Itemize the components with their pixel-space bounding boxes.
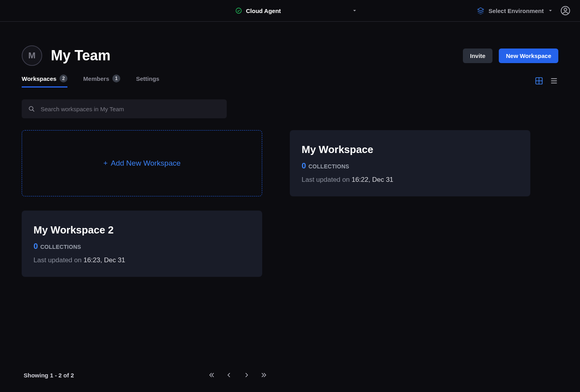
- chevron-down-icon: [352, 8, 357, 13]
- environment-label: Select Environment: [489, 7, 544, 14]
- tab-label: Settings: [136, 75, 159, 82]
- search-wrap: [22, 99, 227, 118]
- top-bar: Cloud Agent Select Environment: [0, 0, 580, 22]
- pagination-footer: Showing 1 - 2 of 2: [24, 371, 497, 379]
- workspace-meta: 0 COLLECTIONS: [34, 242, 250, 251]
- updated-prefix: Last updated on: [34, 256, 82, 264]
- environment-selector[interactable]: Select Environment: [477, 7, 553, 15]
- collections-count: 0: [34, 242, 38, 251]
- prev-page-icon[interactable]: [226, 371, 233, 379]
- team-title: My Team: [51, 47, 110, 64]
- list-view-icon[interactable]: [550, 77, 558, 85]
- collections-count: 0: [302, 161, 306, 170]
- user-circle-icon: [560, 6, 571, 16]
- tab-badge: 2: [60, 75, 67, 82]
- workspace-updated: Last updated on 16:23, Dec 31: [34, 256, 250, 264]
- updated-time: 16:22, Dec 31: [352, 176, 394, 183]
- updated-time: 16:23, Dec 31: [84, 256, 125, 264]
- collections-label: COLLECTIONS: [40, 244, 81, 250]
- layers-icon: [477, 7, 485, 15]
- header-actions: Invite New Workspace: [463, 49, 558, 63]
- search-input[interactable]: [41, 106, 220, 112]
- add-workspace-card[interactable]: + Add New Workspace: [22, 130, 262, 196]
- svg-point-9: [29, 106, 33, 110]
- pager: [208, 371, 267, 379]
- team-header: M My Team: [22, 45, 110, 66]
- tabs-row: Workspaces 2 Members 1 Settings: [22, 75, 558, 88]
- tab-label: Workspaces: [22, 75, 56, 82]
- workspace-title: My Workspace: [302, 144, 518, 156]
- workspace-grid: + Add New Workspace My Workspace 0 COLLE…: [22, 130, 530, 277]
- check-circle-icon: [235, 7, 242, 14]
- chevron-down-icon: [548, 8, 553, 13]
- tabs: Workspaces 2 Members 1 Settings: [22, 75, 159, 88]
- account-menu[interactable]: [560, 6, 571, 16]
- updated-prefix: Last updated on: [302, 176, 350, 183]
- tab-label: Members: [83, 75, 109, 82]
- cloud-agent-label: Cloud Agent: [246, 7, 281, 14]
- page-header: M My Team Invite New Workspace: [22, 45, 558, 66]
- cloud-agent-selector[interactable]: Cloud Agent: [235, 7, 358, 14]
- next-page-icon[interactable]: [243, 371, 250, 379]
- new-workspace-button[interactable]: New Workspace: [499, 49, 558, 63]
- team-avatar: M: [22, 45, 42, 66]
- workspace-title: My Workspace 2: [34, 224, 250, 236]
- grid-view-icon[interactable]: [535, 77, 543, 85]
- workspace-card[interactable]: My Workspace 2 0 COLLECTIONS Last update…: [22, 211, 262, 277]
- last-page-icon[interactable]: [260, 371, 267, 379]
- tab-members[interactable]: Members 1: [83, 75, 120, 88]
- showing-text: Showing 1 - 2 of 2: [24, 372, 74, 379]
- tab-workspaces[interactable]: Workspaces 2: [22, 75, 67, 88]
- page-content: M My Team Invite New Workspace Workspace…: [0, 22, 580, 392]
- plus-icon: +: [103, 159, 108, 168]
- workspace-card[interactable]: My Workspace 0 COLLECTIONS Last updated …: [290, 130, 530, 196]
- add-workspace-label: Add New Workspace: [111, 159, 181, 168]
- first-page-icon[interactable]: [208, 371, 215, 379]
- search-icon: [28, 105, 35, 112]
- collections-label: COLLECTIONS: [308, 163, 349, 170]
- view-toggles: [535, 77, 558, 86]
- tab-settings[interactable]: Settings: [136, 75, 159, 87]
- workspace-updated: Last updated on 16:22, Dec 31: [302, 176, 518, 184]
- workspace-meta: 0 COLLECTIONS: [302, 161, 518, 170]
- svg-point-0: [236, 8, 241, 13]
- tab-badge: 1: [112, 75, 120, 82]
- svg-point-2: [564, 8, 567, 11]
- invite-button[interactable]: Invite: [463, 49, 492, 63]
- svg-line-10: [33, 110, 34, 112]
